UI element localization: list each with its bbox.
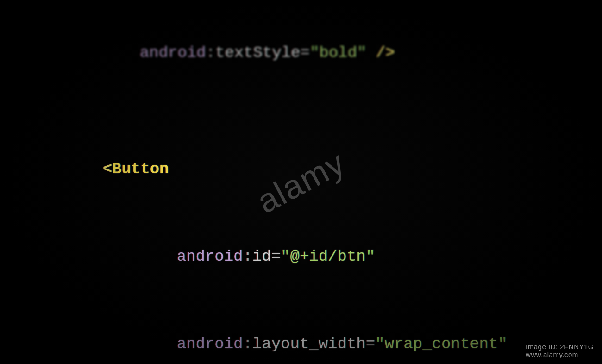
self-close-tag: /> (366, 44, 395, 62)
tag-name: Button (112, 160, 169, 178)
code-line-prev-attr: android:textStyle="bold" /> (46, 9, 602, 97)
attr-namespace: android (177, 335, 243, 353)
attr-value: wrap_content (385, 335, 498, 353)
code-line-open-tag: <Button (46, 126, 602, 213)
attr-name: layout_width (252, 335, 366, 353)
attr-name: textStyle (215, 44, 301, 62)
code-line-attr: android:layout_width="wrap_content" (46, 301, 602, 364)
code-line-attr: android:id="@+id/btn" (46, 213, 602, 301)
attr-value: bold (319, 44, 357, 62)
open-bracket: < (103, 160, 112, 178)
code-editor-viewport: android:textStyle="bold" /> <Button andr… (0, 0, 602, 364)
attr-value: @+id/btn (290, 248, 365, 265)
attr-namespace: android (177, 248, 243, 265)
blank-line (46, 97, 602, 126)
attr-namespace: android (140, 44, 206, 62)
attr-name: id (252, 248, 271, 265)
